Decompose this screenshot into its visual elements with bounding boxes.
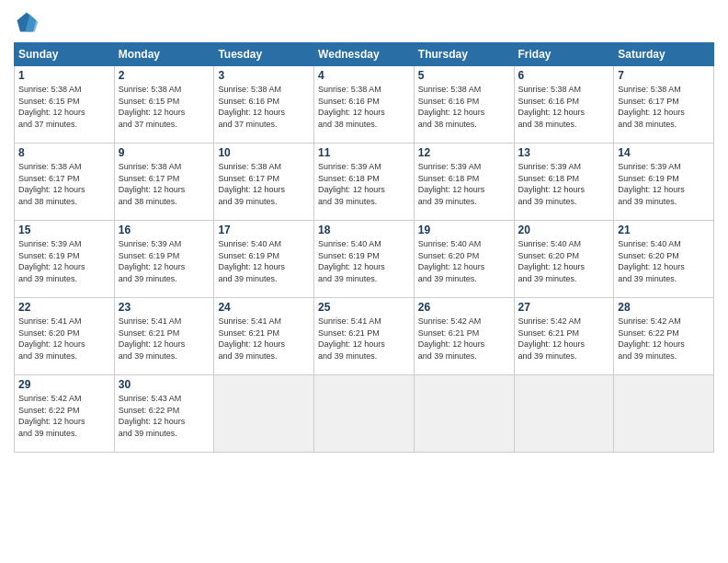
day-info: Sunrise: 5:40 AM Sunset: 6:20 PM Dayligh…	[418, 238, 510, 284]
day-number: 30	[119, 378, 210, 391]
day-number: 8	[18, 146, 110, 159]
day-info: Sunrise: 5:40 AM Sunset: 6:19 PM Dayligh…	[218, 238, 310, 284]
day-info: Sunrise: 5:42 AM Sunset: 6:22 PM Dayligh…	[18, 393, 110, 439]
calendar-cell	[514, 375, 614, 453]
day-number: 18	[318, 224, 410, 236]
week-row-4: 22Sunrise: 5:41 AM Sunset: 6:20 PM Dayli…	[15, 298, 714, 375]
day-number: 17	[218, 224, 310, 236]
day-number: 10	[218, 146, 310, 159]
day-info: Sunrise: 5:42 AM Sunset: 6:22 PM Dayligh…	[618, 316, 710, 362]
day-info: Sunrise: 5:41 AM Sunset: 6:21 PM Dayligh…	[218, 316, 310, 362]
calendar-cell: 15Sunrise: 5:39 AM Sunset: 6:19 PM Dayli…	[15, 221, 115, 298]
day-info: Sunrise: 5:39 AM Sunset: 6:18 PM Dayligh…	[518, 161, 610, 207]
day-number: 19	[418, 224, 510, 236]
calendar-cell: 20Sunrise: 5:40 AM Sunset: 6:20 PM Dayli…	[514, 221, 614, 298]
day-info: Sunrise: 5:39 AM Sunset: 6:18 PM Dayligh…	[318, 161, 410, 207]
day-info: Sunrise: 5:39 AM Sunset: 6:19 PM Dayligh…	[119, 238, 210, 284]
calendar-cell	[414, 375, 514, 453]
calendar-cell: 12Sunrise: 5:39 AM Sunset: 6:18 PM Dayli…	[414, 144, 514, 221]
day-info: Sunrise: 5:43 AM Sunset: 6:22 PM Dayligh…	[119, 393, 210, 439]
calendar-cell: 18Sunrise: 5:40 AM Sunset: 6:19 PM Dayli…	[314, 221, 415, 298]
day-number: 26	[418, 301, 510, 314]
calendar-cell: 30Sunrise: 5:43 AM Sunset: 6:22 PM Dayli…	[114, 375, 214, 453]
day-number: 25	[318, 301, 410, 314]
calendar-header-row: SundayMondayTuesdayWednesdayThursdayFrid…	[15, 43, 714, 66]
calendar-cell: 26Sunrise: 5:42 AM Sunset: 6:21 PM Dayli…	[414, 298, 514, 375]
week-row-3: 15Sunrise: 5:39 AM Sunset: 6:19 PM Dayli…	[15, 221, 714, 298]
calendar-cell: 22Sunrise: 5:41 AM Sunset: 6:20 PM Dayli…	[15, 298, 115, 375]
calendar-body: 1Sunrise: 5:38 AM Sunset: 6:15 PM Daylig…	[15, 66, 714, 453]
day-info: Sunrise: 5:42 AM Sunset: 6:21 PM Dayligh…	[418, 316, 510, 362]
day-info: Sunrise: 5:41 AM Sunset: 6:21 PM Dayligh…	[119, 316, 210, 362]
day-info: Sunrise: 5:38 AM Sunset: 6:16 PM Dayligh…	[418, 84, 510, 130]
calendar-table: SundayMondayTuesdayWednesdayThursdayFrid…	[14, 42, 714, 453]
day-info: Sunrise: 5:38 AM Sunset: 6:15 PM Dayligh…	[119, 84, 210, 130]
day-number: 27	[518, 301, 610, 314]
day-info: Sunrise: 5:39 AM Sunset: 6:19 PM Dayligh…	[18, 238, 110, 284]
calendar-cell: 19Sunrise: 5:40 AM Sunset: 6:20 PM Dayli…	[414, 221, 514, 298]
day-info: Sunrise: 5:40 AM Sunset: 6:20 PM Dayligh…	[618, 238, 710, 284]
day-number: 29	[18, 378, 110, 391]
calendar-cell: 16Sunrise: 5:39 AM Sunset: 6:19 PM Dayli…	[114, 221, 214, 298]
calendar-cell: 2Sunrise: 5:38 AM Sunset: 6:15 PM Daylig…	[114, 66, 214, 144]
page: SundayMondayTuesdayWednesdayThursdayFrid…	[0, 0, 728, 563]
logo-icon	[14, 9, 40, 35]
day-number: 16	[119, 224, 210, 236]
day-number: 23	[119, 301, 210, 314]
weekday-header-wednesday: Wednesday	[314, 43, 415, 66]
day-number: 22	[18, 301, 110, 314]
day-number: 13	[518, 146, 610, 159]
calendar-cell: 7Sunrise: 5:38 AM Sunset: 6:17 PM Daylig…	[614, 66, 714, 144]
calendar-cell: 10Sunrise: 5:38 AM Sunset: 6:17 PM Dayli…	[214, 144, 314, 221]
calendar-cell	[314, 375, 415, 453]
calendar-cell: 23Sunrise: 5:41 AM Sunset: 6:21 PM Dayli…	[114, 298, 214, 375]
week-row-1: 1Sunrise: 5:38 AM Sunset: 6:15 PM Daylig…	[15, 66, 714, 144]
calendar-cell	[214, 375, 314, 453]
day-info: Sunrise: 5:39 AM Sunset: 6:19 PM Dayligh…	[618, 161, 710, 207]
calendar-cell: 21Sunrise: 5:40 AM Sunset: 6:20 PM Dayli…	[614, 221, 714, 298]
day-info: Sunrise: 5:41 AM Sunset: 6:20 PM Dayligh…	[18, 316, 110, 362]
day-info: Sunrise: 5:39 AM Sunset: 6:18 PM Dayligh…	[418, 161, 510, 207]
weekday-header-tuesday: Tuesday	[214, 43, 314, 66]
day-number: 6	[518, 69, 610, 82]
weekday-header-thursday: Thursday	[414, 43, 514, 66]
calendar-cell: 1Sunrise: 5:38 AM Sunset: 6:15 PM Daylig…	[15, 66, 115, 144]
calendar-cell: 9Sunrise: 5:38 AM Sunset: 6:17 PM Daylig…	[114, 144, 214, 221]
day-info: Sunrise: 5:42 AM Sunset: 6:21 PM Dayligh…	[518, 316, 610, 362]
day-number: 28	[618, 301, 710, 314]
day-info: Sunrise: 5:38 AM Sunset: 6:16 PM Dayligh…	[218, 84, 310, 130]
calendar-cell: 27Sunrise: 5:42 AM Sunset: 6:21 PM Dayli…	[514, 298, 614, 375]
day-number: 3	[218, 69, 310, 82]
day-info: Sunrise: 5:40 AM Sunset: 6:19 PM Dayligh…	[318, 238, 410, 284]
calendar-cell: 4Sunrise: 5:38 AM Sunset: 6:16 PM Daylig…	[314, 66, 415, 144]
day-number: 9	[119, 146, 210, 159]
day-number: 24	[218, 301, 310, 314]
day-number: 12	[418, 146, 510, 159]
calendar-cell: 17Sunrise: 5:40 AM Sunset: 6:19 PM Dayli…	[214, 221, 314, 298]
day-info: Sunrise: 5:38 AM Sunset: 6:15 PM Dayligh…	[18, 84, 110, 130]
day-number: 15	[18, 224, 110, 236]
weekday-header-monday: Monday	[114, 43, 214, 66]
calendar-cell: 11Sunrise: 5:39 AM Sunset: 6:18 PM Dayli…	[314, 144, 415, 221]
calendar-cell: 25Sunrise: 5:41 AM Sunset: 6:21 PM Dayli…	[314, 298, 415, 375]
day-info: Sunrise: 5:38 AM Sunset: 6:17 PM Dayligh…	[119, 161, 210, 207]
calendar-cell: 3Sunrise: 5:38 AM Sunset: 6:16 PM Daylig…	[214, 66, 314, 144]
day-info: Sunrise: 5:38 AM Sunset: 6:16 PM Dayligh…	[518, 84, 610, 130]
day-number: 7	[618, 69, 710, 82]
weekday-header-saturday: Saturday	[614, 43, 714, 66]
day-info: Sunrise: 5:40 AM Sunset: 6:20 PM Dayligh…	[518, 238, 610, 284]
day-number: 4	[318, 69, 410, 82]
day-number: 11	[318, 146, 410, 159]
header	[14, 9, 714, 35]
day-number: 1	[18, 69, 110, 82]
day-info: Sunrise: 5:38 AM Sunset: 6:17 PM Dayligh…	[18, 161, 110, 207]
calendar-cell: 5Sunrise: 5:38 AM Sunset: 6:16 PM Daylig…	[414, 66, 514, 144]
day-info: Sunrise: 5:41 AM Sunset: 6:21 PM Dayligh…	[318, 316, 410, 362]
calendar-cell: 29Sunrise: 5:42 AM Sunset: 6:22 PM Dayli…	[15, 375, 115, 453]
day-info: Sunrise: 5:38 AM Sunset: 6:17 PM Dayligh…	[618, 84, 710, 130]
week-row-2: 8Sunrise: 5:38 AM Sunset: 6:17 PM Daylig…	[15, 144, 714, 221]
day-number: 5	[418, 69, 510, 82]
calendar-cell: 8Sunrise: 5:38 AM Sunset: 6:17 PM Daylig…	[15, 144, 115, 221]
calendar-cell: 13Sunrise: 5:39 AM Sunset: 6:18 PM Dayli…	[514, 144, 614, 221]
day-number: 20	[518, 224, 610, 236]
